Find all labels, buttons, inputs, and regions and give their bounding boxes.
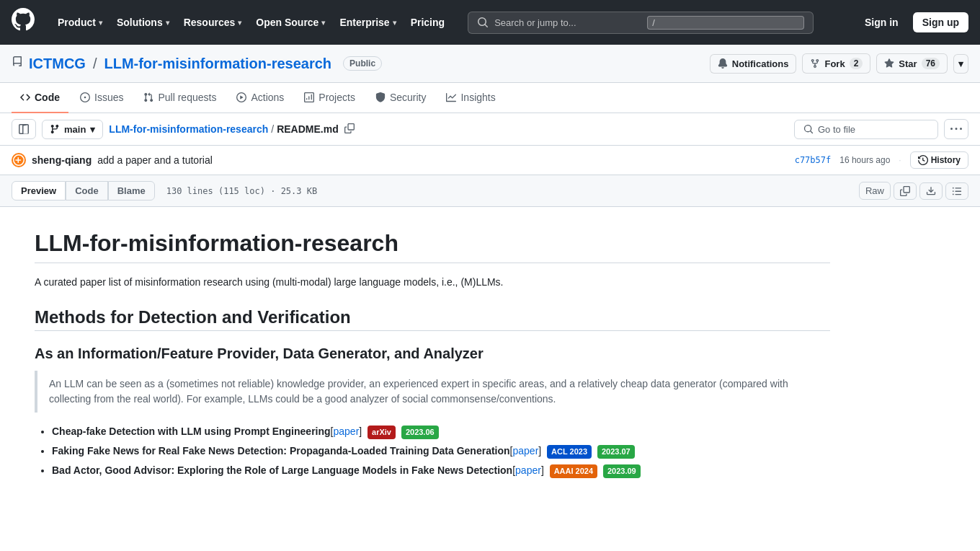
blame-tab[interactable]: Blame xyxy=(108,181,155,200)
paper-3-link[interactable]: paper xyxy=(515,464,541,476)
github-logo-icon[interactable] xyxy=(12,8,35,37)
security-icon xyxy=(375,92,386,102)
sign-up-button[interactable]: Sign up xyxy=(913,12,968,32)
copy-raw-icon xyxy=(900,186,910,196)
papers-list: Cheap-fake Detection with LLM using Prom… xyxy=(35,424,830,478)
notifications-button[interactable]: Notifications xyxy=(710,54,797,74)
nav-solutions[interactable]: Solutions▾ xyxy=(111,12,175,32)
sign-in-button[interactable]: Sign in xyxy=(859,13,904,32)
copy-file-button[interactable] xyxy=(894,182,917,200)
commit-sha-link[interactable]: c77b57f xyxy=(795,155,832,165)
readme-title: LLM-for-misinformation-research xyxy=(35,230,830,263)
actions-icon xyxy=(236,92,246,102)
go-to-file-button[interactable]: Go to file xyxy=(794,120,938,139)
repo-actions: Notifications Fork 2 Star 76 ▾ xyxy=(710,53,968,74)
star-label: Star xyxy=(899,58,917,69)
code-icon xyxy=(20,92,30,102)
tab-actions[interactable]: Actions xyxy=(228,83,293,113)
readme-intro: A curated paper list of misinformation r… xyxy=(35,275,830,290)
commit-bar: sheng-qiang add a paper and a tutorial c… xyxy=(0,146,980,175)
breadcrumb: LLM-for-misinformation-research / README… xyxy=(109,122,788,137)
nav-open-source[interactable]: Open Source▾ xyxy=(250,12,331,32)
paper-2-text: Faking Fake News for Real Fake News Dete… xyxy=(52,445,510,457)
download-icon xyxy=(926,186,936,196)
tab-issues-label: Issues xyxy=(94,92,123,103)
nav-resources[interactable]: Resources▾ xyxy=(178,12,248,32)
repo-owner-link[interactable]: ICTMCG xyxy=(29,56,86,72)
tab-security[interactable]: Security xyxy=(367,83,435,113)
nav-enterprise[interactable]: Enterprise▾ xyxy=(334,12,401,32)
notifications-label: Notifications xyxy=(732,58,789,69)
tab-insights[interactable]: Insights xyxy=(437,83,504,113)
copy-path-button[interactable] xyxy=(342,122,357,137)
branch-selector[interactable]: main ▾ xyxy=(42,120,103,139)
repo-separator: / xyxy=(93,56,97,72)
tab-insights-label: Insights xyxy=(460,92,495,103)
ellipsis-icon xyxy=(950,123,962,135)
tab-pull-requests[interactable]: Pull requests xyxy=(135,83,225,113)
tab-security-label: Security xyxy=(390,92,427,103)
breadcrumb-filename: README.md xyxy=(277,123,339,135)
nav-right: Sign in Sign up xyxy=(859,12,968,32)
raw-button[interactable]: Raw xyxy=(859,182,891,200)
commit-time: 16 hours ago xyxy=(839,155,890,165)
search-icon xyxy=(477,17,489,28)
search-placeholder: Search or jump to... xyxy=(494,17,641,28)
readme-blockquote: An LLM can be seen as a (sometimes not r… xyxy=(35,371,830,413)
commit-avatar xyxy=(12,153,26,167)
nav-product[interactable]: Product▾ xyxy=(52,12,108,32)
go-to-file-label: Go to file xyxy=(818,124,855,135)
preview-tab[interactable]: Preview xyxy=(12,181,66,200)
repo-public-badge: Public xyxy=(343,56,382,71)
tab-projects[interactable]: Projects xyxy=(295,83,364,113)
list-icon xyxy=(952,186,962,196)
pull-request-icon xyxy=(143,92,153,102)
readme-content: LLM-for-misinformation-research A curate… xyxy=(0,207,865,524)
paper-2-badge-acl: ACL 2023 xyxy=(547,445,592,459)
star-button[interactable]: Star 76 xyxy=(876,53,948,74)
paper-2-link[interactable]: paper xyxy=(512,445,538,457)
history-label: History xyxy=(931,155,961,165)
paper-3-badge-aaai: AAAI 2024 xyxy=(550,464,597,478)
blockquote-text: An LLM can be seen as a (sometimes not r… xyxy=(49,376,819,407)
star-count: 76 xyxy=(922,58,940,69)
commit-meta: c77b57f 16 hours ago · History xyxy=(795,151,968,169)
history-button[interactable]: History xyxy=(910,151,968,169)
paper-1-link[interactable]: paper xyxy=(333,426,359,437)
file-actions-bar: main ▾ LLM-for-misinformation-research /… xyxy=(0,113,980,146)
star-icon xyxy=(884,58,894,69)
search-small-icon xyxy=(803,124,814,134)
fork-label: Fork xyxy=(824,58,845,69)
tab-code[interactable]: Code xyxy=(12,83,68,113)
projects-icon xyxy=(304,92,314,102)
tab-issues[interactable]: Issues xyxy=(71,83,132,113)
history-icon xyxy=(918,155,928,165)
code-tab[interactable]: Code xyxy=(66,181,108,200)
more-file-actions-button[interactable] xyxy=(944,119,968,139)
list-item: Cheap-fake Detection with LLM using Prom… xyxy=(52,424,830,439)
paper-1-badge-arxiv: arXiv xyxy=(368,426,396,439)
panel-toggle-button[interactable] xyxy=(12,119,36,139)
top-nav: Product▾ Solutions▾ Resources▾ Open Sour… xyxy=(0,0,980,45)
tab-code-label: Code xyxy=(35,92,60,103)
tab-pull-requests-label: Pull requests xyxy=(158,92,216,103)
download-file-button[interactable] xyxy=(919,182,943,200)
search-bar[interactable]: Search or jump to... / xyxy=(468,12,814,34)
tab-projects-label: Projects xyxy=(318,92,355,103)
section-provider: As an Information/Feature Provider, Data… xyxy=(35,345,830,362)
nav-pricing[interactable]: Pricing xyxy=(405,12,450,32)
repo-tabs: Code Issues Pull requests Actions Projec… xyxy=(0,83,980,113)
repo-header: ICTMCG / LLM-for-misinformation-research… xyxy=(0,45,980,83)
paper-3-text: Bad Actor, Good Advisor: Exploring the R… xyxy=(52,464,512,476)
branch-name: main xyxy=(64,124,86,135)
list-item: Faking Fake News for Real Fake News Dete… xyxy=(52,444,830,459)
fork-button[interactable]: Fork 2 xyxy=(802,53,870,74)
repo-name-link[interactable]: LLM-for-misinformation-research xyxy=(104,56,331,72)
star-dropdown-button[interactable]: ▾ xyxy=(953,54,968,74)
commit-author-name[interactable]: sheng-qiang xyxy=(32,154,92,166)
toc-button[interactable] xyxy=(945,182,968,200)
insights-icon xyxy=(446,92,456,102)
paper-1-badge-year: 2023.06 xyxy=(401,426,439,439)
breadcrumb-repo-link[interactable]: LLM-for-misinformation-research xyxy=(109,123,268,135)
file-view-actions: Raw xyxy=(859,182,968,200)
